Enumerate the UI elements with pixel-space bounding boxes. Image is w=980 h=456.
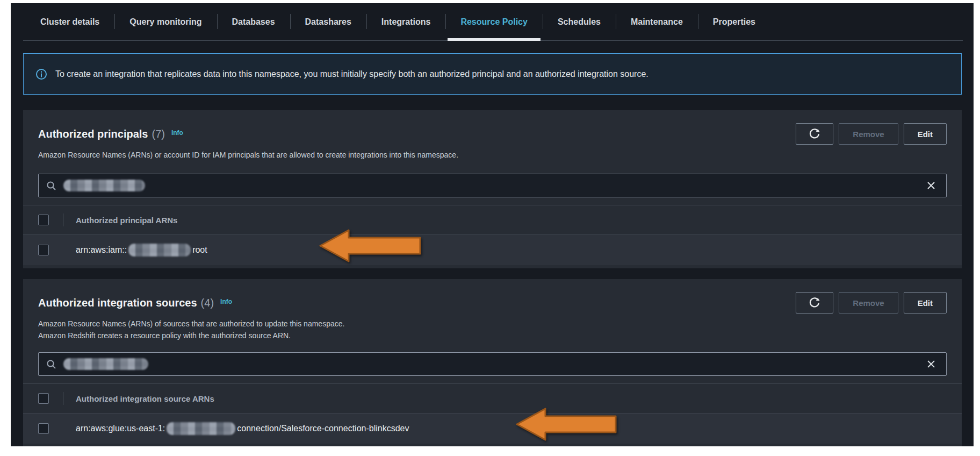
tab-label: Cluster details — [40, 17, 99, 27]
search-icon — [46, 359, 56, 369]
integration-source-arn-value: arn:aws:glue:us-east-1: connection/Sales… — [76, 422, 409, 435]
clear-search-button[interactable] — [924, 358, 939, 370]
authorized-integration-sources-table: Authorized integration source ARNs arn:a… — [23, 383, 962, 444]
section-count: (7) — [152, 128, 164, 140]
column-divider — [63, 213, 63, 226]
tab-resource-policy[interactable]: Resource Policy — [445, 3, 543, 41]
search-input[interactable] — [38, 352, 947, 376]
section-actions: Remove Edit — [796, 292, 947, 314]
tab-datashares[interactable]: Datashares — [290, 3, 366, 41]
tab-databases[interactable]: Databases — [217, 3, 290, 41]
tab-query-monitoring[interactable]: Query monitoring — [114, 3, 217, 41]
tab-maintenance[interactable]: Maintenance — [616, 3, 698, 41]
tab-properties[interactable]: Properties — [698, 3, 770, 41]
tab-schedules[interactable]: Schedules — [543, 3, 616, 41]
redacted-search-text — [63, 358, 148, 370]
section-title: Authorized integration sources — [38, 297, 197, 309]
refresh-button[interactable] — [796, 123, 833, 145]
description-line: Amazon Redshift creates a resource polic… — [38, 330, 947, 341]
info-banner: To create an integration that replicates… — [23, 53, 962, 95]
search-icon — [46, 181, 56, 191]
close-icon — [926, 359, 936, 369]
section-count: (4) — [201, 297, 214, 309]
authorized-principals-section: Authorized principals (7) Info Remove Ed… — [23, 110, 962, 268]
tab-label: Query monitoring — [129, 17, 201, 27]
tab-integrations[interactable]: Integrations — [366, 3, 446, 41]
arn-suffix: connection/Salesforce-connection-blinkcs… — [237, 424, 409, 433]
edit-button[interactable]: Edit — [904, 292, 947, 314]
section-header: Authorized integration sources (4) Info … — [38, 291, 947, 315]
section-description: Amazon Resource Names (ARNs) of sources … — [38, 318, 947, 341]
remove-button[interactable]: Remove — [839, 123, 898, 145]
tab-label: Databases — [232, 17, 275, 27]
refresh-icon — [809, 128, 820, 140]
table-header-row: Authorized integration source ARNs — [23, 384, 962, 414]
redacted-account-id — [128, 244, 191, 256]
table-row: arn:aws:glue:us-east-1: connection/Sales… — [23, 414, 962, 444]
section-title: Authorized principals — [38, 128, 148, 140]
arn-prefix: arn:aws:glue:us-east-1: — [76, 424, 165, 433]
section-description: Amazon Resource Names (ARNs) or account … — [38, 149, 947, 161]
close-icon — [926, 180, 936, 191]
tab-label: Properties — [713, 17, 755, 27]
redacted-search-text — [63, 180, 145, 191]
edit-button[interactable]: Edit — [904, 123, 947, 145]
column-divider — [63, 392, 63, 405]
column-header: Authorized principal ARNs — [76, 216, 177, 225]
authorized-principals-table: Authorized principal ARNs arn:aws:iam:: … — [23, 205, 962, 265]
tab-label: Resource Policy — [460, 17, 528, 27]
refresh-icon — [809, 297, 820, 309]
table-row: arn:aws:iam:: root — [23, 235, 962, 265]
section-actions: Remove Edit — [796, 123, 947, 145]
column-header: Authorized integration source ARNs — [76, 394, 214, 403]
section-header: Authorized principals (7) Info Remove Ed… — [38, 122, 947, 146]
authorized-integration-sources-section: Authorized integration sources (4) Info … — [23, 279, 962, 446]
arn-prefix: arn:aws:iam:: — [76, 245, 127, 255]
table-header-row: Authorized principal ARNs — [23, 205, 962, 235]
tab-label: Maintenance — [631, 17, 683, 27]
arn-suffix: root — [192, 245, 207, 255]
banner-message: To create an integration that replicates… — [55, 69, 648, 79]
redacted-account-id — [167, 422, 235, 435]
redshift-console-app: Cluster details Query monitoring Databas… — [11, 3, 974, 446]
info-link[interactable]: Info — [220, 298, 232, 305]
info-link[interactable]: Info — [171, 129, 183, 137]
row-checkbox[interactable] — [38, 423, 49, 434]
tab-label: Integrations — [381, 17, 431, 27]
principal-arn-value: arn:aws:iam:: root — [76, 244, 207, 256]
tab-cluster-details[interactable]: Cluster details — [25, 3, 114, 41]
select-all-checkbox[interactable] — [38, 215, 49, 225]
refresh-button[interactable] — [796, 292, 833, 314]
clear-search-button[interactable] — [924, 179, 939, 192]
search-input[interactable] — [38, 174, 947, 197]
info-circle-icon — [35, 68, 47, 80]
row-checkbox[interactable] — [38, 245, 49, 255]
select-all-checkbox[interactable] — [38, 393, 49, 404]
cluster-tab-bar: Cluster details Query monitoring Databas… — [11, 3, 974, 41]
description-line: Amazon Resource Names (ARNs) of sources … — [38, 318, 947, 330]
tab-label: Schedules — [558, 17, 601, 27]
tab-label: Datashares — [305, 17, 351, 27]
remove-button[interactable]: Remove — [839, 292, 898, 314]
